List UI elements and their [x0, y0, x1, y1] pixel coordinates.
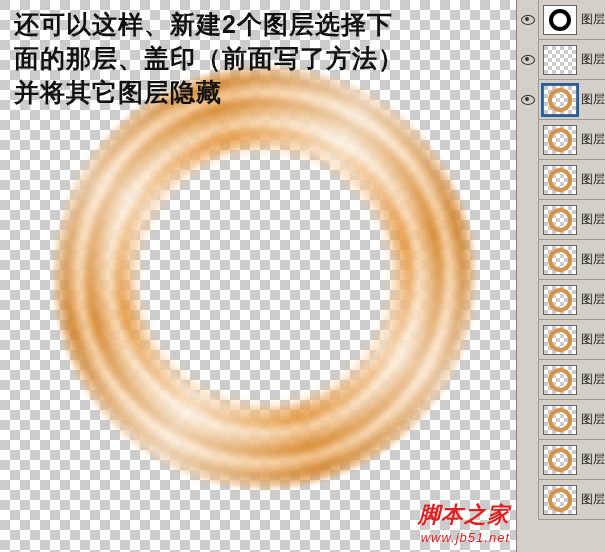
eye-icon [521, 15, 535, 25]
layer-thumbnail[interactable] [543, 5, 577, 35]
instruction-overlay: 还可以这样、新建2个图层选择下 面的那层、盖印（前面写了方法） 并将其它图层隐藏 [14, 8, 404, 109]
layer-thumbnail[interactable] [543, 445, 577, 475]
layer-thumbnail[interactable] [543, 45, 577, 75]
ring-icon [548, 128, 572, 152]
layer-name[interactable]: 图层 [581, 411, 605, 428]
visibility-toggle[interactable] [517, 120, 539, 160]
visibility-toggle[interactable] [517, 200, 539, 240]
layer-name[interactable]: 图层 [581, 491, 605, 508]
layer-row[interactable]: 图层 [517, 400, 605, 440]
layer-row[interactable]: 图层 [517, 320, 605, 360]
layer-row[interactable]: 图层 [517, 280, 605, 320]
layer-name[interactable]: 图层 [581, 251, 605, 268]
layer-name[interactable]: 图层 [581, 11, 605, 28]
layer-name[interactable]: 图层 [581, 171, 605, 188]
watermark-title: 脚本之家 [418, 500, 510, 530]
layer-name[interactable]: 图层 [581, 291, 605, 308]
ring-icon [548, 488, 572, 512]
layer-thumbnail[interactable] [543, 85, 577, 115]
layers-panel[interactable]: 图层图层图层图层图层图层图层图层图层图层图层图层图层 [516, 0, 605, 552]
layer-name[interactable]: 图层 [581, 211, 605, 228]
ring-icon [548, 288, 572, 312]
ring-icon [548, 168, 572, 192]
visibility-toggle[interactable] [517, 40, 539, 80]
visibility-toggle[interactable] [517, 80, 539, 120]
layer-row[interactable]: 图层 [517, 480, 605, 520]
layer-thumbnail[interactable] [543, 325, 577, 355]
layer-row[interactable]: 图层 [517, 160, 605, 200]
layer-thumbnail[interactable] [543, 245, 577, 275]
visibility-toggle[interactable] [517, 400, 539, 440]
visibility-toggle[interactable] [517, 440, 539, 480]
layer-row[interactable]: 图层 [517, 200, 605, 240]
layer-name[interactable]: 图层 [581, 371, 605, 388]
layer-row[interactable]: 图层 [517, 80, 605, 120]
visibility-toggle[interactable] [517, 160, 539, 200]
layer-thumbnail[interactable] [543, 485, 577, 515]
layer-name[interactable]: 图层 [581, 331, 605, 348]
visibility-toggle[interactable] [517, 320, 539, 360]
ring-icon [548, 328, 572, 352]
layer-row[interactable]: 图层 [517, 0, 605, 40]
ring-icon [548, 408, 572, 432]
layer-row[interactable]: 图层 [517, 240, 605, 280]
eye-icon [521, 95, 535, 105]
overlay-line2: 面的那层、盖印（前面写了方法） [14, 42, 404, 76]
ring-highlight [52, 65, 477, 490]
layer-row[interactable]: 图层 [517, 440, 605, 480]
visibility-toggle[interactable] [517, 360, 539, 400]
overlay-line3: 并将其它图层隐藏 [14, 76, 404, 110]
layer-thumbnail[interactable] [543, 365, 577, 395]
ring-icon [548, 448, 572, 472]
layer-row[interactable]: 图层 [517, 360, 605, 400]
visibility-toggle[interactable] [517, 240, 539, 280]
layer-thumbnail[interactable] [543, 285, 577, 315]
visibility-toggle[interactable] [517, 280, 539, 320]
layer-name[interactable]: 图层 [581, 91, 605, 108]
layer-thumbnail[interactable] [543, 165, 577, 195]
canvas-area[interactable]: 还可以这样、新建2个图层选择下 面的那层、盖印（前面写了方法） 并将其它图层隐藏 [0, 0, 516, 552]
layer-thumbnail[interactable] [543, 205, 577, 235]
layer-name[interactable]: 图层 [581, 51, 605, 68]
layer-name[interactable]: 图层 [581, 451, 605, 468]
watermark-url: www.jb51.net [418, 530, 510, 545]
ring-outline-icon [549, 9, 571, 31]
ring-icon [548, 88, 572, 112]
layer-name[interactable]: 图层 [581, 131, 605, 148]
visibility-toggle[interactable] [517, 480, 539, 520]
ring-icon [548, 248, 572, 272]
layer-thumbnail[interactable] [543, 405, 577, 435]
watermark: 脚本之家 www.jb51.net [418, 500, 510, 545]
overlay-line1: 还可以这样、新建2个图层选择下 [14, 8, 404, 42]
layer-row[interactable]: 图层 [517, 40, 605, 80]
layer-row[interactable]: 图层 [517, 120, 605, 160]
ring-icon [548, 208, 572, 232]
ring-icon [548, 368, 572, 392]
layer-thumbnail[interactable] [543, 125, 577, 155]
eye-icon [521, 55, 535, 65]
visibility-toggle[interactable] [517, 0, 539, 40]
